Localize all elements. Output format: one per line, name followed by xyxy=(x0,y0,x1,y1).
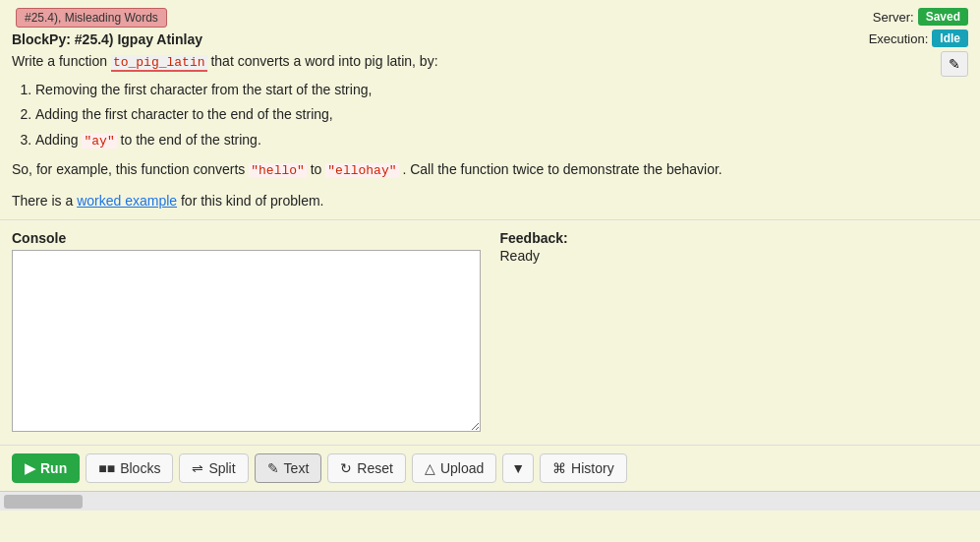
console-label: Console xyxy=(12,230,481,246)
text-icon: ✎ xyxy=(267,460,279,476)
hello-string: "hello" xyxy=(249,163,307,178)
text-label: Text xyxy=(284,460,310,476)
split-label: Split xyxy=(208,460,235,476)
history-label: History xyxy=(571,460,614,476)
run-button[interactable]: ▶ Run xyxy=(12,453,80,483)
upload-icon: △ xyxy=(425,460,435,476)
instruction-2: Adding the first character to the end of… xyxy=(35,103,811,127)
scroll-thumb[interactable] xyxy=(4,495,83,509)
status-area: Server: Saved Execution: Idle ✎ xyxy=(811,8,968,77)
split-icon: ⇌ xyxy=(192,460,203,476)
instruction-1: Removing the first character from the st… xyxy=(35,79,811,102)
worked-example-link[interactable]: worked example xyxy=(77,193,177,209)
blockpy-title: BlockPy: #25.4) Igpay Atinlay xyxy=(12,31,811,47)
execution-label: Execution: xyxy=(869,31,929,46)
example-line: So, for example, this function converts … xyxy=(12,158,811,182)
reset-icon: ↻ xyxy=(340,460,352,476)
console-textarea[interactable] xyxy=(12,250,481,432)
upload-button[interactable]: △ Upload xyxy=(412,453,496,483)
execution-status-row: Execution: Idle xyxy=(869,30,968,47)
blocks-icon: ■■ xyxy=(98,460,115,476)
upload-dropdown-button[interactable]: ▼ xyxy=(502,453,534,483)
reset-button[interactable]: ↻ Reset xyxy=(327,453,406,483)
main-area: Console Feedback: Ready xyxy=(0,220,980,445)
blocks-label: Blocks xyxy=(120,460,160,476)
history-button[interactable]: ⌘ History xyxy=(540,453,627,483)
header-content: #25.4), Misleading Words BlockPy: #25.4)… xyxy=(12,8,811,215)
code-function: to_pig_latin xyxy=(111,55,207,72)
instructions-list: Removing the first character from the st… xyxy=(35,79,811,153)
text-button[interactable]: ✎ Text xyxy=(255,453,322,483)
server-status-badge: Saved xyxy=(918,8,968,26)
feedback-value: Ready xyxy=(500,248,969,264)
wrench-button[interactable]: ✎ xyxy=(941,51,968,77)
upload-label: Upload xyxy=(440,460,484,476)
server-status-row: Server: Saved xyxy=(873,8,968,26)
console-section: Console xyxy=(12,230,481,435)
ellohay-string: "ellohay" xyxy=(325,163,398,178)
problem-tag: #25.4), Misleading Words xyxy=(16,8,167,28)
write-suffix: that converts a word into pig latin, by: xyxy=(210,53,437,69)
run-icon: ▶ xyxy=(25,460,35,476)
bottom-bar xyxy=(0,491,980,511)
title-text: #25.4) Igpay Atinlay xyxy=(75,31,202,47)
feedback-section: Feedback: Ready xyxy=(481,230,969,435)
instruction-3: Adding "ay" to the end of the string. xyxy=(35,129,811,152)
title-prefix: BlockPy: xyxy=(12,31,71,47)
dropdown-icon: ▼ xyxy=(511,460,525,476)
reset-label: Reset xyxy=(357,460,393,476)
header-area: #25.4), Misleading Words BlockPy: #25.4)… xyxy=(0,0,980,220)
run-label: Run xyxy=(40,460,67,476)
feedback-label: Feedback: xyxy=(500,230,969,246)
blocks-button[interactable]: ■■ Blocks xyxy=(86,453,173,483)
toolbar: ▶ Run ■■ Blocks ⇌ Split ✎ Text ↻ Reset △… xyxy=(0,445,980,491)
worked-example-line: There is a worked example for this kind … xyxy=(12,190,811,211)
server-label: Server: xyxy=(873,10,914,25)
split-button[interactable]: ⇌ Split xyxy=(179,453,248,483)
write-function-line: Write a function to_pig_latin that conve… xyxy=(12,51,811,73)
ay-string: "ay" xyxy=(82,134,116,149)
execution-status-badge: Idle xyxy=(932,30,968,47)
history-icon: ⌘ xyxy=(552,460,566,476)
write-prefix: Write a function xyxy=(12,53,107,69)
